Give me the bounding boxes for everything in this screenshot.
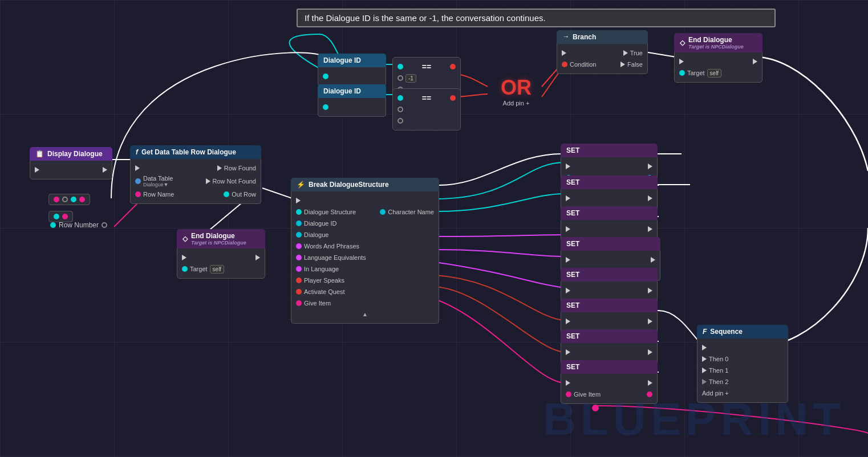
break-collapse-arrow[interactable]: ▲ — [291, 309, 439, 320]
exec-in — [35, 167, 39, 173]
display-dialogue-header: 📋 Display Dialogue — [30, 147, 112, 161]
end-dialogue-bottom-icon: ◇ — [182, 235, 188, 243]
end-dialogue-bottom-title: End Dialogue — [191, 232, 246, 240]
end-top-exec-out — [753, 59, 757, 64]
eq-2-row1: == — [393, 92, 460, 104]
break-dialogue-header: ⚡ Break DialogueStructure — [291, 178, 439, 191]
set-1-exec-in — [566, 164, 570, 169]
sequence-title: Sequence — [710, 328, 743, 336]
break-words-out — [296, 243, 302, 249]
set-7-exec — [561, 346, 657, 358]
input-1-dot3 — [71, 197, 76, 202]
input-node-2[interactable] — [48, 211, 73, 222]
data-table-sub: Dialogue▼ — [143, 182, 173, 187]
set-2-header: SET — [561, 176, 658, 189]
break-give-item-row: Give Item — [291, 297, 439, 309]
set-3-title: SET — [566, 209, 579, 217]
set-7-exec-out — [648, 349, 652, 355]
break-char-name-label: Character Name — [388, 209, 434, 215]
end-top-target-pin — [679, 70, 685, 76]
input-2-out — [62, 214, 68, 219]
break-player-speaks-row: Player Speaks — [291, 275, 439, 286]
dialogue-id-node-1[interactable]: Dialogue ID — [318, 54, 386, 86]
branch-condition-label: Condition — [570, 61, 596, 68]
branch-header: ← Branch — [557, 30, 648, 44]
set-6-exec-out — [648, 319, 652, 324]
end-bottom-target-pin — [182, 266, 188, 272]
seq-then0-row: Then 0 — [697, 353, 788, 365]
seq-then2-label: Then 2 — [709, 378, 728, 385]
set-6-exec — [561, 316, 657, 327]
sequence-node[interactable]: F Sequence Then 0 Then 1 Then 2 — [697, 325, 788, 403]
seq-exec-row — [697, 342, 788, 353]
get-dt-exec-in — [135, 165, 140, 171]
get-dt-exec-row: Row Found — [131, 162, 261, 174]
break-in-lang-label: In Language — [304, 266, 339, 272]
row-number-label: Row Number — [59, 221, 99, 229]
break-exec-row — [291, 195, 439, 206]
set-5-exec — [561, 285, 657, 296]
break-dial-id-out — [296, 221, 302, 226]
break-give-item-out — [296, 300, 302, 306]
set-6-exec-in — [566, 319, 570, 324]
eq-1-symbol: == — [422, 62, 431, 71]
end-dialogue-bottom-node[interactable]: ◇ End Dialogue Target is NPCDialogue Tar… — [177, 229, 265, 279]
end-dialogue-top-node[interactable]: ◇ End Dialogue Target is NPCDialogue Tar… — [674, 33, 762, 83]
dialogue-id-node-2[interactable]: Dialogue ID — [318, 84, 386, 117]
break-lang-equiv-out — [296, 255, 302, 260]
eq-2-in1 — [398, 95, 403, 101]
break-dialogue-title: Break DialogueStructure — [309, 181, 389, 189]
end-bottom-target-row: Target self — [177, 263, 265, 275]
end-dialogue-bottom-header: ◇ End Dialogue Target is NPCDialogue — [177, 229, 265, 248]
get-data-table-title: Get Data Table Row Dialogue — [141, 148, 236, 156]
break-dialogue-node[interactable]: ⚡ Break DialogueStructure Dialogue Struc… — [291, 178, 439, 324]
row-number-container: Row Number — [50, 221, 107, 229]
set-1-header: SET — [561, 144, 658, 157]
branch-true-out — [623, 50, 628, 56]
seq-exec-in — [702, 345, 707, 350]
end-dialogue-top-title: End Dialogue — [688, 36, 744, 44]
eq-1-in2 — [398, 75, 403, 81]
end-top-exec-in — [679, 59, 684, 64]
blueprint-watermark: BLUEPRINT — [543, 393, 845, 446]
break-player-speaks-out — [296, 278, 302, 283]
break-dialogue-struct-row: Dialogue Structure Character Name — [291, 206, 439, 218]
end-dialogue-bottom-subtitle: Target is NPCDialogue — [191, 240, 246, 246]
dialogue-id-1-title: Dialogue ID — [323, 56, 361, 64]
set-5-exec-in — [566, 288, 570, 293]
eq-1-row1: == — [393, 61, 460, 72]
seq-then1-out — [702, 368, 707, 373]
break-lang-equiv-label: Language Equivalents — [304, 254, 366, 261]
set-2-exec — [561, 193, 657, 204]
set-8-exec-out — [648, 380, 652, 386]
break-struct-label: Dialogue Structure — [304, 209, 356, 215]
dialogue-id-1-pin — [318, 71, 386, 82]
set-1-title: SET — [566, 146, 579, 154]
seq-then2-row: Then 2 — [697, 376, 788, 387]
set-1-exec — [561, 161, 657, 172]
branch-node[interactable]: ← Branch True Condition False — [557, 30, 648, 74]
end-top-target-label: Target — [687, 70, 705, 76]
or-addpin[interactable]: Add pin + — [488, 100, 545, 107]
branch-false-out — [620, 62, 625, 67]
display-dialogue-node[interactable]: 📋 Display Dialogue — [30, 147, 112, 179]
break-words-row: Words And Phrases — [291, 240, 439, 252]
end-dialogue-bottom-body: Target self — [177, 248, 265, 279]
break-dialogue-body: Dialogue Structure Character Name Dialog… — [291, 191, 439, 324]
set-4-exec-in — [566, 257, 570, 263]
input-node-1[interactable] — [48, 194, 90, 205]
sequence-header: F Sequence — [697, 325, 788, 338]
break-struct-in — [296, 209, 302, 215]
get-data-table-row-node[interactable]: f Get Data Table Row Dialogue Row Found … — [130, 145, 261, 204]
dialogue-id-2-out — [323, 104, 328, 110]
set-4-exec-out — [651, 257, 655, 263]
eq-node-2[interactable]: == — [392, 88, 461, 130]
get-data-table-header: f Get Data Table Row Dialogue — [130, 145, 261, 159]
data-table-in-pin — [135, 178, 141, 184]
eq-1-value: -1 — [405, 74, 416, 83]
set-8-header: SET — [561, 360, 658, 374]
break-words-label: Words And Phrases — [304, 243, 359, 250]
input-1-out — [79, 197, 85, 202]
eq-2-row3 — [393, 115, 460, 127]
eq-1-row2: -1 — [393, 72, 460, 84]
